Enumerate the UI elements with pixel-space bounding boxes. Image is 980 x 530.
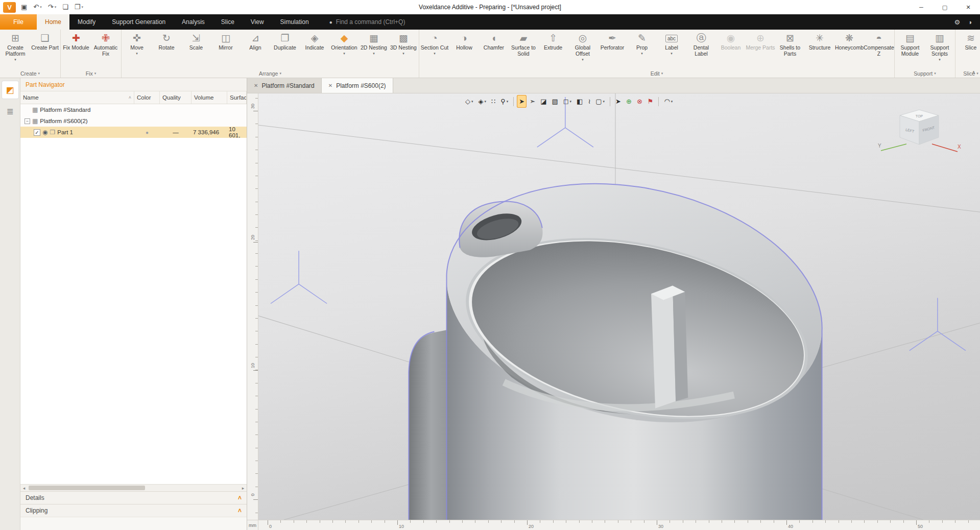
ribbon-chamfer-button[interactable]: ◖Chamfer bbox=[479, 30, 509, 69]
viewport-tab-platform-s600-2[interactable]: ✕Platform #S600(2) bbox=[322, 78, 393, 93]
ribbon-perforator-button[interactable]: ✒Perforator bbox=[597, 30, 627, 69]
display-mode-button[interactable]: ◈▾ bbox=[476, 95, 489, 108]
ribbon-group-label-slice[interactable]: Slice▾ bbox=[956, 69, 980, 78]
save-button[interactable]: ▣ bbox=[18, 2, 30, 12]
ribbon-group-label-support[interactable]: Support▾ bbox=[895, 69, 954, 78]
ribbon-create-platform-button[interactable]: ⊞Create Platform▾ bbox=[1, 30, 30, 69]
close-tab-icon[interactable]: ✕ bbox=[328, 83, 332, 88]
scroll-right-icon[interactable]: ▸ bbox=[240, 486, 247, 491]
maximize-button[interactable]: ▢ bbox=[933, 0, 957, 14]
part-checkbox[interactable]: ✓ bbox=[34, 129, 40, 136]
visibility-eye-icon[interactable]: ◉ bbox=[42, 129, 47, 136]
select-rectangle-button[interactable]: ◻▾ bbox=[561, 95, 573, 108]
ribbon-slice-button[interactable]: ≋Slice bbox=[956, 30, 980, 69]
theme-icon[interactable]: ◑ bbox=[968, 18, 972, 26]
view-orientation-button[interactable]: ◇▾ bbox=[463, 95, 475, 108]
dock-part-navigator-button[interactable]: ◩ bbox=[2, 81, 18, 99]
select-arrow-button[interactable]: ➤ bbox=[517, 95, 527, 108]
ribbon-global-offset-button[interactable]: ◎Global Offset▾ bbox=[568, 30, 597, 69]
ribbon-compensate-z-button[interactable]: ◓Compensate Z bbox=[864, 30, 894, 69]
command-search[interactable]: ● bbox=[329, 14, 443, 30]
ribbon-fix-module-button[interactable]: ✚Fix Module bbox=[61, 30, 91, 69]
ribbon-scale-button[interactable]: ⇲Scale bbox=[181, 30, 211, 69]
pick-add-button[interactable]: ⊕ bbox=[624, 95, 634, 108]
menu-tab-view[interactable]: View bbox=[243, 14, 272, 30]
column-header-volume[interactable]: Volume bbox=[192, 91, 227, 104]
ribbon-shells-to-parts-button[interactable]: ⊠Shells to Parts bbox=[775, 30, 805, 69]
tree-item-platform[interactable]: ▦Platform #Standard bbox=[20, 104, 247, 115]
collapse-ribbon-icon[interactable]: ˄ bbox=[972, 69, 975, 77]
settings-gear-icon[interactable]: ⚙ bbox=[954, 18, 960, 26]
ribbon-duplicate-button[interactable]: ❐Duplicate bbox=[270, 30, 300, 69]
ribbon-section-cut-button[interactable]: ◔Section Cut▾ bbox=[420, 30, 449, 69]
menu-tab-analysis[interactable]: Analysis bbox=[174, 14, 213, 30]
ribbon-dental-label-button[interactable]: ⓐDental Label bbox=[686, 30, 716, 69]
scroll-thumb[interactable] bbox=[29, 486, 145, 490]
ribbon-honeycomb-button[interactable]: ❋Honeycomb bbox=[834, 30, 864, 69]
file-menu-button[interactable]: File bbox=[0, 14, 37, 30]
menu-tab-home[interactable]: Home bbox=[37, 14, 69, 30]
section-details[interactable]: Details˄ bbox=[20, 491, 247, 504]
new-document-button[interactable]: ❏ bbox=[60, 2, 71, 12]
menu-tab-simulation[interactable]: Simulation bbox=[272, 14, 317, 30]
dock-layers-button[interactable]: ≣ bbox=[2, 103, 18, 120]
redo-button[interactable]: ↷▾ bbox=[45, 2, 59, 12]
pick-remove-button[interactable]: ⊗ bbox=[635, 95, 644, 108]
ribbon-hollow-button[interactable]: ◑Hollow bbox=[449, 30, 479, 69]
minimize-button[interactable]: ─ bbox=[910, 0, 933, 14]
close-button[interactable]: ✕ bbox=[957, 0, 980, 14]
pick-point-button[interactable]: ➤ bbox=[613, 95, 623, 108]
scroll-track[interactable] bbox=[28, 485, 240, 491]
ribbon-label-button[interactable]: abcLabel▾ bbox=[657, 30, 686, 69]
select-filter-button[interactable]: ▢▾ bbox=[593, 95, 607, 108]
ribbon-align-button[interactable]: ⊿Align bbox=[241, 30, 270, 69]
ribbon-rotate-button[interactable]: ↻Rotate bbox=[152, 30, 181, 69]
menu-tab-support-generation[interactable]: Support Generation bbox=[104, 14, 174, 30]
collapse-expander-box[interactable]: − bbox=[25, 118, 30, 124]
horizontal-scrollbar[interactable]: ◂▸ bbox=[20, 484, 247, 491]
tree-item-platform[interactable]: −▦Platform #S600(2) bbox=[20, 115, 247, 127]
ribbon-2d-nesting-button[interactable]: ▦2D Nesting▾ bbox=[359, 30, 389, 69]
scroll-left-icon[interactable]: ◂ bbox=[20, 486, 28, 491]
ribbon-orientation-button[interactable]: ◆Orientation▾ bbox=[329, 30, 359, 69]
ribbon-create-part-button[interactable]: ❑Create Part bbox=[30, 30, 60, 69]
viewport-tab-platform-standard[interactable]: ✕Platform #Standard bbox=[247, 78, 322, 93]
ribbon-indicate-button[interactable]: ◈Indicate bbox=[300, 30, 329, 69]
undo-button[interactable]: ↶▾ bbox=[31, 2, 44, 12]
section-clipping[interactable]: Clipping˄ bbox=[20, 504, 247, 517]
close-tab-icon[interactable]: ✕ bbox=[254, 83, 258, 88]
scene-canvas[interactable]: ◇▾◈▾∷⚲▾➤➣◪▧◻▾◧≀▢▾➤⊕⊗⚑◠▾ TOP LEFT FRONT Y bbox=[258, 93, 980, 520]
ribbon-group-label-fix[interactable]: Fix▾ bbox=[61, 69, 121, 78]
command-search-input[interactable] bbox=[336, 18, 443, 26]
ribbon-automatic-fix-button[interactable]: ✙Automatic Fix bbox=[91, 30, 121, 69]
mark-flag-button[interactable]: ⚑ bbox=[646, 95, 656, 108]
ribbon-prop-button[interactable]: ✎Prop▾ bbox=[627, 30, 657, 69]
column-header-surface[interactable]: Surface bbox=[227, 91, 247, 104]
ribbon-structure-button[interactable]: ✳Structure bbox=[805, 30, 834, 69]
select-volume-button[interactable]: ◧ bbox=[575, 95, 585, 108]
navigation-cube[interactable]: TOP LEFT FRONT Y X bbox=[876, 107, 963, 170]
viewport-split-button[interactable]: ∷ bbox=[489, 95, 497, 108]
ribbon-surface-to-solid-button[interactable]: ▰Surface to Solid bbox=[509, 30, 538, 69]
ribbon-group-label-edit[interactable]: Edit▾ bbox=[420, 69, 894, 78]
ribbon-extrude-button[interactable]: ⇧Extrude bbox=[538, 30, 568, 69]
ribbon-mirror-button[interactable]: ◫Mirror bbox=[211, 30, 241, 69]
column-header-name[interactable]: Name˄ bbox=[20, 91, 134, 104]
column-header-quality[interactable]: Quality bbox=[160, 91, 192, 104]
ribbon-3d-nesting-button[interactable]: ▩3D Nesting▾ bbox=[389, 30, 418, 69]
ribbon-support-module-button[interactable]: ▤Support Module bbox=[895, 30, 925, 69]
tree-item-part[interactable]: ✓◉❒Part 1●—7 336,94610 601, bbox=[20, 127, 247, 138]
ribbon-move-button[interactable]: ✜Move▾ bbox=[122, 30, 152, 69]
ribbon-support-scripts-button[interactable]: ▥Support Scripts▾ bbox=[925, 30, 954, 69]
select-surface-button[interactable]: ◪ bbox=[538, 95, 548, 108]
light-button[interactable]: ◠▾ bbox=[662, 95, 675, 108]
column-header-color[interactable]: Color bbox=[134, 91, 160, 104]
select-brush-button[interactable]: ≀ bbox=[586, 95, 592, 108]
menu-tab-modify[interactable]: Modify bbox=[69, 14, 104, 30]
ribbon-group-label-create[interactable]: Create▾ bbox=[1, 69, 60, 78]
select-parts-button[interactable]: ➣ bbox=[528, 95, 537, 108]
ribbon-group-label-arrange[interactable]: Arrange▾ bbox=[122, 69, 418, 78]
select-window-button[interactable]: ▧ bbox=[549, 95, 560, 108]
zoom-button[interactable]: ⚲▾ bbox=[498, 95, 510, 108]
menu-tab-slice[interactable]: Slice bbox=[213, 14, 243, 30]
